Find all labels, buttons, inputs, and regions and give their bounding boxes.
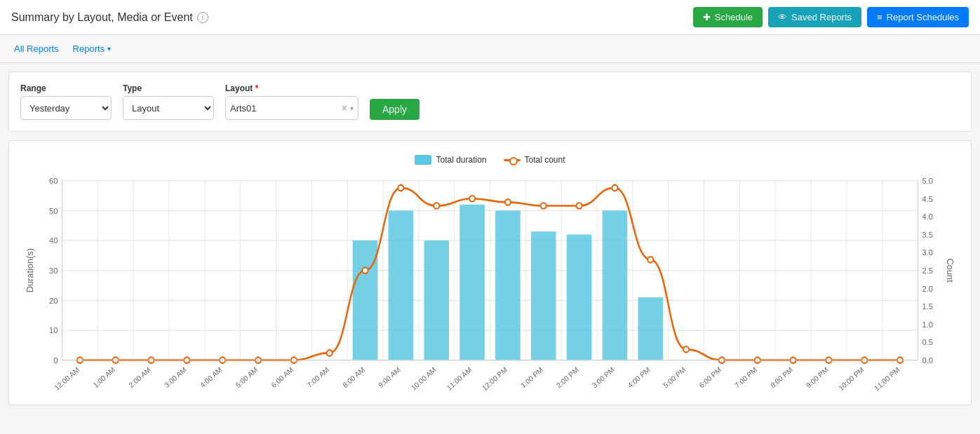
svg-text:3:00 AM: 3:00 AM bbox=[163, 366, 187, 390]
chart-container: 01020304050600.00.51.01.52.02.53.03.54.0… bbox=[23, 173, 957, 398]
apply-button-wrap: Apply bbox=[370, 86, 419, 120]
page-title: Summary by Layout, Media or Event i bbox=[11, 11, 208, 24]
schedule-button[interactable]: ✚ Schedule bbox=[693, 7, 763, 27]
svg-text:7:00 PM: 7:00 PM bbox=[733, 366, 758, 390]
svg-rect-50 bbox=[353, 240, 378, 360]
legend-duration-label: Total duration bbox=[436, 155, 486, 165]
svg-rect-53 bbox=[459, 205, 485, 360]
svg-text:20: 20 bbox=[49, 296, 58, 304]
svg-text:9:00 AM: 9:00 AM bbox=[377, 366, 401, 390]
svg-text:Count: Count bbox=[945, 259, 955, 283]
chevron-down-icon: ▾ bbox=[107, 45, 111, 53]
svg-text:Duration(s): Duration(s) bbox=[25, 248, 35, 292]
svg-text:10: 10 bbox=[49, 326, 58, 334]
svg-rect-58 bbox=[638, 297, 663, 360]
range-select[interactable]: Yesterday Today Last Week Last Month bbox=[20, 96, 112, 120]
svg-text:11:00 AM: 11:00 AM bbox=[445, 366, 473, 393]
svg-text:0.5: 0.5 bbox=[922, 338, 933, 346]
svg-text:11:00 PM: 11:00 PM bbox=[873, 366, 901, 393]
legend-line-icon bbox=[504, 159, 521, 161]
layout-value: Arts01 bbox=[230, 103, 339, 114]
svg-text:10:00 PM: 10:00 PM bbox=[838, 366, 866, 393]
svg-point-68 bbox=[398, 185, 403, 191]
svg-text:1.0: 1.0 bbox=[922, 320, 933, 328]
svg-rect-54 bbox=[495, 210, 521, 360]
svg-text:30: 30 bbox=[49, 266, 58, 275]
svg-text:3.0: 3.0 bbox=[922, 248, 933, 257]
nav-bar: All Reports Reports ▾ bbox=[0, 35, 980, 63]
all-reports-link[interactable]: All Reports bbox=[11, 43, 62, 54]
chevron-down-icon[interactable]: ▾ bbox=[350, 104, 354, 112]
svg-text:3:00 PM: 3:00 PM bbox=[591, 366, 616, 390]
plus-icon: ✚ bbox=[703, 12, 711, 22]
svg-rect-56 bbox=[567, 234, 592, 360]
svg-text:2:00 AM: 2:00 AM bbox=[128, 366, 152, 390]
eye-icon: 👁 bbox=[778, 12, 787, 22]
svg-text:1.5: 1.5 bbox=[922, 302, 933, 311]
saved-reports-label: Saved Reports bbox=[791, 12, 852, 22]
svg-text:40: 40 bbox=[49, 236, 58, 245]
filter-row: Range Yesterday Today Last Week Last Mon… bbox=[20, 83, 960, 120]
svg-point-66 bbox=[327, 350, 333, 356]
legend-duration: Total duration bbox=[415, 155, 486, 165]
legend-bar-icon bbox=[415, 155, 431, 165]
svg-text:0: 0 bbox=[53, 356, 58, 365]
svg-text:8:00 AM: 8:00 AM bbox=[342, 366, 366, 390]
svg-text:6:00 AM: 6:00 AM bbox=[270, 366, 295, 390]
list-icon: ≡ bbox=[877, 12, 882, 22]
svg-text:2.5: 2.5 bbox=[922, 266, 933, 275]
svg-text:12:00 AM: 12:00 AM bbox=[53, 366, 81, 393]
svg-text:5.0: 5.0 bbox=[922, 177, 933, 185]
header-buttons: ✚ Schedule 👁 Saved Reports ≡ Report Sche… bbox=[693, 7, 969, 27]
reports-dropdown[interactable]: Reports ▾ bbox=[73, 43, 112, 54]
svg-text:7:00 AM: 7:00 AM bbox=[306, 366, 330, 390]
svg-text:4:00 PM: 4:00 PM bbox=[626, 366, 652, 390]
layout-filter: Layout * Arts01 × ▾ bbox=[225, 83, 358, 120]
svg-point-70 bbox=[469, 196, 475, 202]
svg-rect-52 bbox=[424, 240, 449, 360]
saved-reports-button[interactable]: 👁 Saved Reports bbox=[768, 7, 861, 27]
svg-text:5:00 AM: 5:00 AM bbox=[234, 366, 259, 390]
clear-icon[interactable]: × bbox=[342, 103, 347, 113]
svg-point-76 bbox=[683, 346, 689, 353]
svg-point-67 bbox=[363, 267, 368, 273]
title-text: Summary by Layout, Media or Event bbox=[11, 11, 193, 24]
svg-rect-57 bbox=[603, 210, 628, 360]
svg-rect-51 bbox=[389, 210, 414, 360]
svg-point-73 bbox=[577, 203, 582, 209]
header: Summary by Layout, Media or Event i ✚ Sc… bbox=[0, 0, 980, 35]
apply-button[interactable]: Apply bbox=[370, 99, 419, 120]
svg-text:4:00 AM: 4:00 AM bbox=[199, 366, 223, 390]
svg-text:50: 50 bbox=[49, 206, 58, 215]
svg-point-75 bbox=[647, 257, 653, 263]
svg-text:8:00 PM: 8:00 PM bbox=[769, 366, 794, 390]
legend-count-label: Total count bbox=[525, 155, 565, 165]
layout-input-wrap[interactable]: Arts01 × ▾ bbox=[225, 96, 358, 120]
filter-panel: Range Yesterday Today Last Week Last Mon… bbox=[8, 72, 972, 132]
legend-count: Total count bbox=[504, 155, 565, 165]
svg-text:5:00 PM: 5:00 PM bbox=[662, 366, 687, 390]
svg-point-74 bbox=[612, 185, 617, 191]
chart-svg: 01020304050600.00.51.01.52.02.53.03.54.0… bbox=[23, 173, 957, 398]
report-schedules-label: Report Schedules bbox=[887, 12, 959, 22]
type-select[interactable]: Layout Media Event bbox=[123, 96, 214, 120]
svg-text:6:00 PM: 6:00 PM bbox=[698, 366, 723, 390]
svg-text:1:00 PM: 1:00 PM bbox=[519, 366, 544, 390]
chart-legend: Total duration Total count bbox=[23, 155, 957, 165]
info-icon[interactable]: i bbox=[197, 12, 208, 23]
range-label: Range bbox=[20, 83, 112, 93]
svg-point-69 bbox=[434, 203, 439, 209]
svg-text:9:00 PM: 9:00 PM bbox=[805, 366, 830, 390]
svg-text:12:00 PM: 12:00 PM bbox=[481, 366, 509, 393]
svg-text:4.0: 4.0 bbox=[922, 212, 933, 221]
svg-text:0.0: 0.0 bbox=[922, 356, 933, 365]
type-filter: Type Layout Media Event bbox=[123, 83, 214, 120]
schedule-label: Schedule bbox=[715, 12, 753, 22]
layout-label: Layout * bbox=[225, 83, 358, 93]
report-schedules-button[interactable]: ≡ Report Schedules bbox=[867, 7, 969, 27]
svg-point-72 bbox=[541, 203, 546, 209]
chart-panel: Total duration Total count 0102030405060… bbox=[8, 140, 972, 405]
svg-text:1:00 AM: 1:00 AM bbox=[92, 366, 116, 390]
range-filter: Range Yesterday Today Last Week Last Mon… bbox=[20, 83, 112, 120]
type-label: Type bbox=[123, 83, 214, 93]
